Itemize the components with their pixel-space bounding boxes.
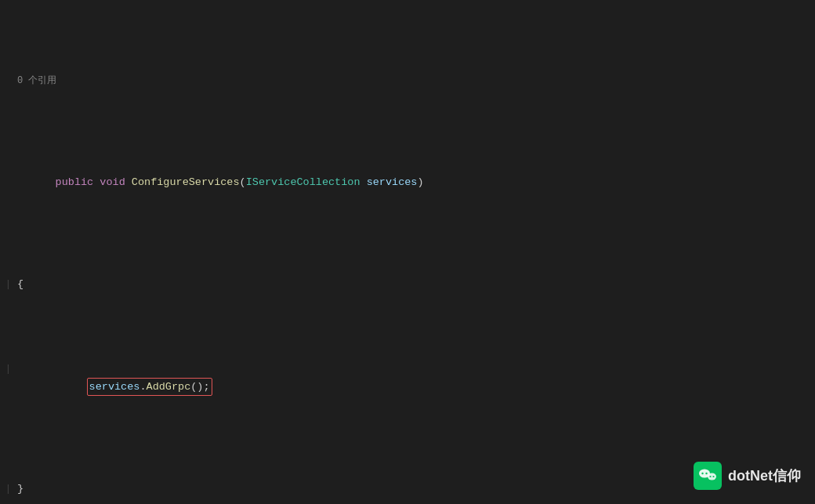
wechat-icon <box>694 462 722 490</box>
svg-point-6 <box>712 476 714 477</box>
svg-point-5 <box>709 476 711 477</box>
svg-point-2 <box>708 473 716 480</box>
line-configure-services: public void ConfigureServices(IServiceCo… <box>0 158 815 208</box>
line-add-grpc: | services.AddGrpc(); <box>0 361 815 413</box>
line-close-brace-1: | } <box>0 480 815 498</box>
watermark: dotNet信仰 <box>694 462 801 490</box>
vline: | <box>5 277 11 292</box>
svg-point-3 <box>701 473 703 474</box>
line-open-brace-1: | { <box>0 276 815 293</box>
svg-point-4 <box>705 473 707 474</box>
ref-count-1: 0 个引用 <box>0 72 815 89</box>
watermark-label: dotNet信仰 <box>728 466 801 485</box>
code-editor: 0 个引用 public void ConfigureServices(ISer… <box>0 0 815 504</box>
highlighted-addgrpc: services.AddGrpc(); <box>87 378 212 397</box>
